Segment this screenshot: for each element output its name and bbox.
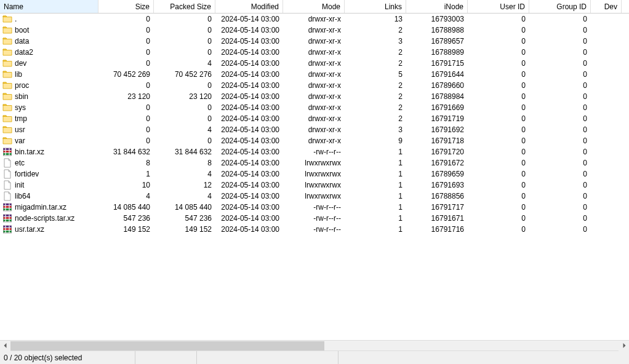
- cell-modified: 2024-05-14 03:00: [215, 225, 283, 234]
- cell-mode: drwxr-xr-x: [283, 15, 345, 23]
- table-row[interactable]: fortidev142024-05-14 03:00lrwxrwxrwx1167…: [0, 168, 629, 180]
- table-row[interactable]: bin.tar.xz31 844 63231 844 6322024-05-14…: [0, 146, 629, 157]
- file-name: data: [15, 37, 29, 46]
- header-size[interactable]: Size: [98, 0, 154, 13]
- cell-mode: drwxr-xr-x: [283, 81, 345, 90]
- cell-packed: 4: [154, 125, 215, 134]
- cell-packed: 8: [154, 159, 215, 167]
- header-links[interactable]: Links: [345, 0, 406, 13]
- file-list[interactable]: .002024-05-14 03:00drwxr-xr-x13167930030…: [0, 14, 629, 340]
- cell-packed: 23 120: [154, 92, 215, 101]
- table-row[interactable]: .002024-05-14 03:00drwxr-xr-x13167930030…: [0, 14, 629, 25]
- cell-uid: 0: [468, 48, 529, 57]
- horizontal-scrollbar[interactable]: [0, 340, 629, 350]
- cell-uid: 0: [468, 92, 529, 101]
- cell-mode: drwxr-xr-x: [283, 114, 345, 123]
- status-pane-2: [135, 351, 197, 364]
- cell-mode: drwxr-xr-x: [283, 59, 345, 68]
- header-dev[interactable]: Dev: [591, 0, 622, 13]
- header-gid[interactable]: Group ID: [529, 0, 591, 13]
- cell-gid: 0: [529, 214, 591, 223]
- cell-size: 23 120: [98, 92, 154, 101]
- cell-packed: 0: [154, 15, 215, 23]
- cell-gid: 0: [529, 125, 591, 134]
- cell-name: boot: [0, 25, 98, 35]
- cell-packed: 70 452 276: [154, 70, 215, 79]
- header-label: Modified: [251, 2, 279, 11]
- table-row[interactable]: data2002024-05-14 03:00drwxr-xr-x2167889…: [0, 47, 629, 58]
- cell-name: init: [0, 180, 98, 190]
- cell-inode: 16791715: [406, 59, 468, 68]
- table-row[interactable]: boot002024-05-14 03:00drwxr-xr-x21678898…: [0, 25, 629, 36]
- cell-links: 1: [345, 170, 406, 178]
- archive-icon: [2, 147, 12, 157]
- scroll-left-arrow-icon[interactable]: [0, 341, 10, 351]
- cell-name: etc: [0, 158, 98, 168]
- cell-links: 2: [345, 48, 406, 57]
- cell-size: 0: [98, 114, 154, 123]
- table-row[interactable]: data002024-05-14 03:00drwxr-xr-x31678965…: [0, 36, 629, 47]
- cell-links: 2: [345, 103, 406, 112]
- cell-mode: drwxr-xr-x: [283, 136, 345, 145]
- cell-uid: 0: [468, 225, 529, 234]
- table-row[interactable]: node-scripts.tar.xz547 236547 2362024-05…: [0, 213, 629, 224]
- file-name: boot: [15, 26, 29, 34]
- cell-gid: 0: [529, 136, 591, 145]
- cell-size: 0: [98, 26, 154, 34]
- header-mode[interactable]: Mode: [283, 0, 345, 13]
- cell-links: 2: [345, 114, 406, 123]
- cell-links: 1: [345, 214, 406, 223]
- cell-uid: 0: [468, 114, 529, 123]
- cell-mode: drwxr-xr-x: [283, 103, 345, 112]
- file-name: init: [15, 181, 24, 189]
- cell-name: tmp: [0, 114, 98, 124]
- cell-name: var: [0, 136, 98, 146]
- table-row[interactable]: dev042024-05-14 03:00drwxr-xr-x216791715…: [0, 58, 629, 69]
- header-uid[interactable]: User ID: [468, 0, 529, 13]
- cell-name: sbin: [0, 92, 98, 101]
- file-name: proc: [15, 81, 29, 90]
- table-row[interactable]: proc002024-05-14 03:00drwxr-xr-x21678966…: [0, 80, 629, 91]
- cell-packed: 149 152: [154, 225, 215, 234]
- table-row[interactable]: lib70 452 26970 452 2762024-05-14 03:00d…: [0, 69, 629, 80]
- file-icon: [2, 191, 12, 201]
- cell-uid: 0: [468, 136, 529, 145]
- scroll-right-arrow-icon[interactable]: [619, 341, 629, 351]
- scroll-thumb[interactable]: [10, 341, 324, 350]
- cell-name: lib: [0, 69, 98, 79]
- header-name[interactable]: Name: [0, 0, 98, 13]
- cell-name: usr: [0, 125, 98, 135]
- header-modified[interactable]: Modified: [215, 0, 283, 13]
- file-name: fortidev: [15, 170, 39, 178]
- table-row[interactable]: var002024-05-14 03:00drwxr-xr-x916791718…: [0, 135, 629, 146]
- table-row[interactable]: lib64442024-05-14 03:00lrwxrwxrwx1167888…: [0, 191, 629, 202]
- cell-size: 0: [98, 37, 154, 46]
- header-label: User ID: [500, 2, 525, 11]
- cell-modified: 2024-05-14 03:00: [215, 125, 283, 134]
- cell-uid: 0: [468, 37, 529, 46]
- cell-gid: 0: [529, 81, 591, 90]
- table-row[interactable]: usr.tar.xz149 152149 1522024-05-14 03:00…: [0, 224, 629, 235]
- table-row[interactable]: tmp002024-05-14 03:00drwxr-xr-x216791719…: [0, 113, 629, 124]
- cell-size: 0: [98, 59, 154, 68]
- header-packed[interactable]: Packed Size: [154, 0, 215, 13]
- cell-inode: 16791716: [406, 225, 468, 234]
- folder-icon: [2, 69, 12, 79]
- folder-icon: [2, 114, 12, 124]
- header-inode[interactable]: iNode: [406, 0, 468, 13]
- file-name: tmp: [15, 114, 27, 123]
- table-row[interactable]: migadmin.tar.xz14 085 44014 085 4402024-…: [0, 202, 629, 213]
- table-row[interactable]: init10122024-05-14 03:00lrwxrwxrwx116791…: [0, 180, 629, 191]
- cell-modified: 2024-05-14 03:00: [215, 15, 283, 23]
- cell-links: 3: [345, 125, 406, 134]
- cell-gid: 0: [529, 37, 591, 46]
- table-row[interactable]: etc882024-05-14 03:00lrwxrwxrwx116791672…: [0, 157, 629, 168]
- table-row[interactable]: sys002024-05-14 03:00drwxr-xr-x216791669…: [0, 102, 629, 113]
- table-row[interactable]: sbin23 12023 1202024-05-14 03:00drwxr-xr…: [0, 91, 629, 102]
- folder-icon: [2, 136, 12, 146]
- cell-links: 2: [345, 59, 406, 68]
- cell-mode: -rw-r--r--: [283, 148, 345, 156]
- cell-gid: 0: [529, 70, 591, 79]
- table-row[interactable]: usr042024-05-14 03:00drwxr-xr-x316791692…: [0, 124, 629, 135]
- scroll-track[interactable]: [10, 341, 619, 350]
